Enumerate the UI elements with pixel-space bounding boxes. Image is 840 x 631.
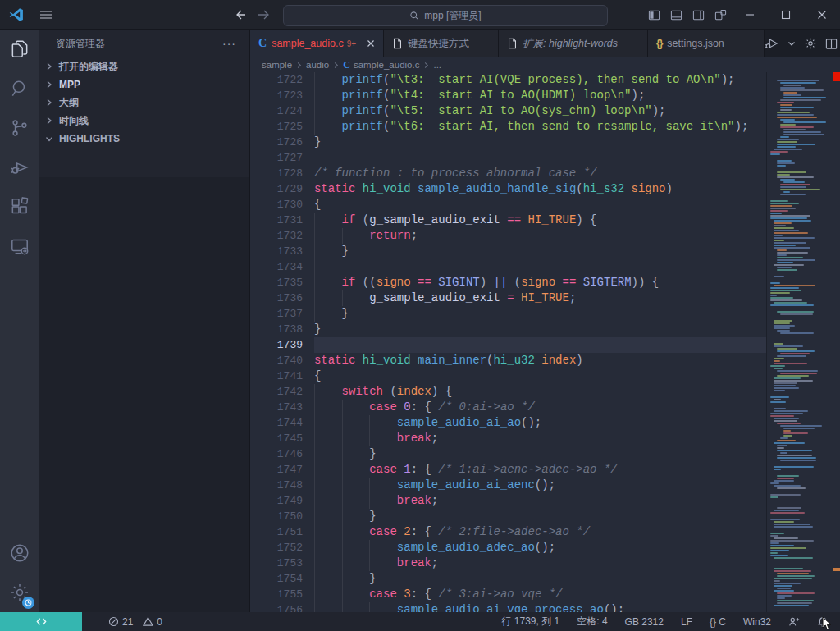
breadcrumb-item[interactable]: sample [262, 60, 292, 70]
remote-explorer-icon[interactable] [0, 226, 39, 266]
nav-back-icon[interactable] [235, 8, 248, 21]
line-number: 1726 [250, 135, 314, 150]
nav-forward-icon[interactable] [258, 8, 271, 21]
chevron-right-icon [43, 78, 56, 91]
toggle-secondary-sidebar-icon[interactable] [687, 0, 710, 30]
sidebar-section-打开的编辑器[interactable]: 打开的编辑器 [39, 57, 249, 75]
code-line: 1724 printf("\t5: start AI to AO(sys_chn… [250, 103, 767, 119]
error-count: 21 [122, 616, 133, 628]
status-right: 行 1739, 列 1空格: 4GB 2312LF{} CWin32 [500, 615, 840, 629]
code-line: 1747 case 1: { /* 1:ai->aenc->adec->ao *… [250, 462, 767, 478]
sidebar-section-MPP[interactable]: MPP [39, 75, 249, 94]
sidebar-section-时间线[interactable]: 时间线 [39, 112, 249, 130]
source-control-icon[interactable] [0, 108, 39, 148]
code-line: 1738} [250, 322, 767, 337]
status-item[interactable]: GB 2312 [623, 616, 665, 628]
code-line: 1749 break; [250, 493, 767, 509]
tab-键盘快捷方式[interactable]: 键盘快捷方式 [384, 30, 499, 57]
breadcrumb-item[interactable]: audio [306, 60, 329, 70]
code-line: 1751 case 2: { /* 2:file->adec->ao */ [250, 524, 767, 540]
status-item[interactable]: Win32 [742, 616, 773, 628]
section-label: MPP [59, 79, 80, 90]
settings-gear-icon[interactable] [0, 573, 39, 612]
warning-icon [143, 616, 153, 627]
code-line: 1742 switch (index) { [250, 384, 767, 400]
line-number: 1723 [250, 88, 314, 103]
tab-settings.json[interactable]: { }settings.json [648, 30, 765, 57]
code-line: 1729static hi_void sample_audio_handle_s… [250, 181, 767, 197]
line-number: 1730 [250, 197, 314, 213]
status-item[interactable]: 行 1739, 列 1 [500, 615, 562, 629]
code-line: 1743 case 0: { /* 0:ai->ao */ [250, 400, 767, 415]
line-number: 1742 [250, 384, 314, 400]
code-line: 1733 } [250, 244, 767, 259]
section-label: HIGHLIGHTS [59, 133, 120, 144]
explorer-files-icon[interactable] [0, 30, 39, 69]
code-line: 1744 sample_audio_ai_ao(); [250, 415, 767, 431]
run-debug-icon[interactable] [0, 148, 39, 187]
line-number: 1735 [250, 275, 314, 290]
editor-group: Csample_audio.c9+键盘快捷方式扩展: highlight-wor… [250, 30, 840, 612]
line-number: 1748 [250, 478, 314, 493]
breadcrumb-item[interactable]: Csample_audio.c [343, 59, 419, 71]
editor-actions [765, 30, 840, 57]
extensions-icon[interactable] [0, 187, 39, 226]
sidebar-more-actions[interactable]: ··· [219, 35, 240, 52]
braces-json-icon: { } [656, 38, 662, 49]
code-line: 1750 } [250, 509, 767, 524]
code-line: 1726} [250, 135, 767, 150]
c-file-icon: C [343, 59, 350, 71]
minimap[interactable] [766, 72, 833, 612]
breadcrumb: sampleaudioCsample_audio.c... [250, 57, 840, 72]
tab-sample_audio.c[interactable]: Csample_audio.c9+ [250, 30, 384, 57]
code-line: 1739 [250, 337, 767, 353]
run-dropdown-chevron-icon[interactable] [788, 39, 796, 48]
code-line: 1754 } [250, 571, 767, 587]
code-line: 1728/* function : to process abnormal ca… [250, 166, 767, 181]
menu-hamburger-icon[interactable] [36, 5, 56, 25]
code-line: 1732 return; [250, 228, 767, 244]
close-window-button[interactable] [804, 0, 840, 30]
tab-label: settings.json [667, 38, 724, 49]
remote-indicator[interactable] [0, 612, 82, 631]
accounts-icon[interactable] [0, 533, 39, 573]
code-line: 1734 [250, 259, 767, 275]
status-item[interactable]: {} C [708, 616, 728, 628]
code-line: 1737 } [250, 306, 767, 322]
search-sidebar-icon[interactable] [0, 69, 39, 108]
line-number: 1729 [250, 181, 314, 197]
status-item[interactable]: 空格: 4 [575, 615, 609, 629]
line-number: 1725 [250, 119, 314, 135]
customize-layout-icon[interactable] [710, 0, 732, 30]
split-editor-icon[interactable] [825, 38, 838, 50]
line-number: 1724 [250, 103, 314, 119]
status-bar: 21 0 行 1739, 列 1空格: 4GB 2312LF{} CWin32 [0, 612, 840, 631]
sidebar-title: 资源管理器 [56, 37, 105, 51]
line-number: 1752 [250, 540, 314, 556]
sidebar-section-大纲[interactable]: 大纲 [39, 94, 249, 112]
sidebar-sections: 打开的编辑器MPP大纲时间线HIGHLIGHTS [39, 57, 249, 148]
line-number: 1747 [250, 462, 314, 478]
problems-badge: 9+ [347, 39, 356, 48]
toggle-panel-icon[interactable] [665, 0, 687, 30]
tab-strip: Csample_audio.c9+键盘快捷方式扩展: highlight-wor… [250, 30, 840, 57]
status-item[interactable]: LF [679, 616, 694, 628]
open-settings-gear-icon[interactable] [804, 37, 817, 50]
tab-扩展: highlight-words[interactable]: 扩展: highlight-words [499, 30, 648, 57]
overview-ruler[interactable] [833, 72, 840, 612]
problems-status[interactable]: 21 0 [108, 616, 162, 628]
close-tab-icon[interactable] [365, 38, 377, 49]
sidebar-section-HIGHLIGHTS[interactable]: HIGHLIGHTS [39, 130, 249, 148]
minimize-button[interactable] [732, 0, 768, 30]
maximize-button[interactable] [768, 0, 804, 30]
notifications-bell-icon[interactable] [815, 616, 830, 628]
code-lines: 1722 printf("\t3: start AI(VQE process),… [250, 72, 767, 612]
breadcrumb-item[interactable]: ... [433, 60, 441, 70]
feedback-icon[interactable] [787, 616, 801, 628]
command-center-search[interactable]: mpp [管理员] [283, 5, 608, 26]
line-number: 1732 [250, 228, 314, 244]
code-editor[interactable]: 1722 printf("\t3: start AI(VQE process),… [250, 72, 840, 612]
chevron-down-icon [43, 132, 56, 145]
run-debug-button[interactable] [765, 37, 779, 50]
toggle-sidebar-icon[interactable] [643, 0, 665, 30]
